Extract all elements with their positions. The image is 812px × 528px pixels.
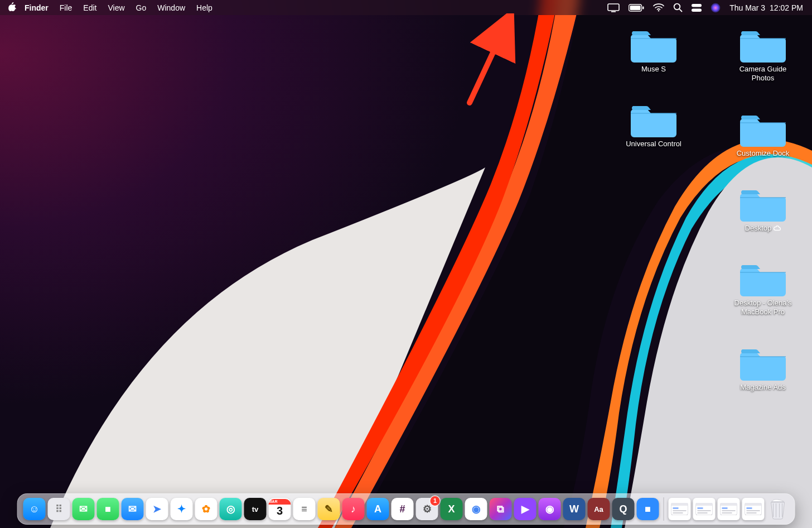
svg-point-11 bbox=[698, 9, 700, 11]
svg-rect-22 bbox=[698, 510, 711, 511]
folder-icon bbox=[631, 28, 676, 63]
menubar-item-help[interactable]: Help bbox=[191, 3, 218, 12]
dock-trash[interactable] bbox=[767, 498, 789, 520]
svg-rect-15 bbox=[671, 503, 688, 506]
svg-rect-3 bbox=[630, 6, 641, 10]
dock-app-appstore[interactable]: A bbox=[367, 498, 389, 520]
menubar-date: Thu Mar 3 bbox=[729, 3, 765, 12]
desktop-folder-label: Desktop bbox=[745, 224, 781, 233]
folder-icon bbox=[740, 112, 786, 147]
svg-rect-28 bbox=[722, 512, 732, 513]
dock-minimized-window[interactable] bbox=[742, 498, 765, 520]
dock-app-calendar[interactable]: MAR3 bbox=[269, 498, 291, 520]
svg-rect-25 bbox=[721, 503, 737, 506]
dock-app-settings[interactable]: ⚙1 bbox=[416, 498, 438, 520]
dock-minimized-window[interactable] bbox=[718, 498, 740, 520]
menubar-item-window[interactable]: Window bbox=[152, 3, 191, 12]
folder-icon bbox=[631, 103, 676, 137]
svg-rect-26 bbox=[722, 507, 728, 509]
control-center-icon[interactable] bbox=[692, 4, 702, 12]
menubar-app-name[interactable]: Finder bbox=[19, 3, 54, 12]
dock-app-excel[interactable]: X bbox=[441, 498, 463, 520]
desktop-folder-label: Muse S bbox=[641, 65, 666, 74]
menubar-item-go[interactable]: Go bbox=[130, 3, 152, 12]
dock-app-chrome[interactable]: ◉ bbox=[465, 498, 487, 520]
badge: 1 bbox=[431, 496, 440, 506]
dock-app-zoom[interactable]: ■ bbox=[637, 498, 659, 520]
svg-point-6 bbox=[674, 4, 680, 10]
dock-app-maps[interactable]: ➤ bbox=[146, 498, 168, 520]
desktop-folder-label: Universal Control bbox=[626, 140, 682, 148]
dock-app-music[interactable]: ♪ bbox=[342, 498, 365, 520]
svg-point-5 bbox=[658, 10, 659, 11]
svg-rect-17 bbox=[673, 510, 687, 511]
svg-rect-20 bbox=[696, 503, 713, 506]
svg-rect-30 bbox=[745, 503, 762, 506]
battery-icon[interactable] bbox=[629, 4, 644, 12]
desktop-folder[interactable]: Desktop bbox=[729, 187, 796, 233]
dock-app-appletv[interactable]: tv bbox=[244, 498, 267, 520]
dock-app-notes[interactable]: ✎ bbox=[318, 498, 340, 520]
dock-separator bbox=[664, 497, 664, 521]
dock-app-word[interactable]: W bbox=[563, 498, 586, 520]
dock-app-photos[interactable]: ✿ bbox=[195, 498, 218, 520]
folder-icon bbox=[740, 187, 786, 222]
wifi-icon[interactable] bbox=[653, 3, 664, 12]
svg-rect-32 bbox=[747, 510, 760, 511]
svg-point-9 bbox=[693, 4, 695, 6]
dock-app-quicktime[interactable]: Q bbox=[612, 498, 635, 520]
desktop-folder[interactable]: Customize Dock bbox=[729, 112, 796, 158]
svg-point-12 bbox=[711, 3, 721, 12]
svg-line-13 bbox=[470, 19, 509, 103]
dock-app-messages[interactable]: ✉ bbox=[72, 498, 95, 520]
menubar-item-edit[interactable]: Edit bbox=[78, 3, 102, 12]
annotation-arrow bbox=[463, 13, 524, 108]
desktop-folder[interactable]: Universal Control bbox=[620, 103, 687, 148]
desktop-icons: Muse SUniversal Control Camera Guide Pho… bbox=[620, 28, 796, 392]
display-icon[interactable] bbox=[607, 3, 620, 12]
desktop-folder-label: Customize Dock bbox=[737, 149, 790, 158]
siri-icon[interactable] bbox=[710, 3, 721, 13]
dock-app-mail[interactable]: ✉ bbox=[122, 498, 144, 520]
dock-app-podcasts[interactable]: ◉ bbox=[539, 498, 561, 520]
svg-rect-33 bbox=[747, 512, 757, 513]
desktop-folder[interactable]: Magazine Ads bbox=[729, 346, 796, 392]
svg-rect-0 bbox=[608, 4, 619, 11]
folder-icon bbox=[740, 346, 786, 381]
svg-rect-23 bbox=[698, 512, 708, 513]
svg-rect-31 bbox=[747, 507, 752, 509]
dock-app-dictionary[interactable]: Aa bbox=[588, 498, 610, 520]
apple-menu-icon[interactable] bbox=[8, 2, 19, 13]
menubar-clock[interactable]: Thu Mar 3 12:02 PM bbox=[729, 3, 803, 12]
desktop-folder-label: Magazine Ads bbox=[740, 383, 786, 392]
dock-app-facetime[interactable]: ■ bbox=[97, 498, 119, 520]
menubar-time: 12:02 PM bbox=[770, 3, 803, 12]
dock-app-shortcuts[interactable]: ⧉ bbox=[490, 498, 512, 520]
menubar-item-view[interactable]: View bbox=[102, 3, 130, 12]
dock: ☺⠿✉■✉➤✦✿◎tvMAR3≡✎♪A#⚙1X◉⧉▶◉WAaQ■ bbox=[17, 493, 795, 525]
dock-app-launchpad[interactable]: ⠿ bbox=[48, 498, 70, 520]
svg-rect-4 bbox=[642, 6, 644, 9]
folder-icon bbox=[740, 28, 786, 63]
dock-minimized-window[interactable] bbox=[669, 498, 691, 520]
dock-minimized-window[interactable] bbox=[693, 498, 716, 520]
dock-app-reminders[interactable]: ≡ bbox=[293, 498, 316, 520]
svg-rect-21 bbox=[698, 507, 703, 509]
desktop-folder[interactable]: Muse S bbox=[620, 28, 687, 74]
menubar: Finder File Edit View Go Window Help Thu bbox=[0, 0, 812, 15]
dock-app-slack[interactable]: # bbox=[392, 498, 414, 520]
svg-rect-16 bbox=[673, 507, 679, 509]
menubar-item-file[interactable]: File bbox=[54, 3, 78, 12]
desktop-folder-label: Desktop - Olena's MacBook Pro bbox=[729, 299, 796, 317]
dock-app-finder[interactable]: ☺ bbox=[23, 498, 46, 520]
svg-rect-18 bbox=[673, 512, 683, 513]
spotlight-icon[interactable] bbox=[673, 3, 683, 12]
svg-line-7 bbox=[679, 9, 682, 12]
folder-icon bbox=[740, 262, 786, 296]
dock-app-twitch[interactable]: ▶ bbox=[514, 498, 536, 520]
desktop-folder[interactable]: Camera Guide Photos bbox=[729, 28, 796, 83]
dock-app-safari[interactable]: ✦ bbox=[171, 498, 193, 520]
desktop-folder[interactable]: Desktop - Olena's MacBook Pro bbox=[729, 262, 796, 317]
desktop-folder-label: Camera Guide Photos bbox=[729, 65, 796, 83]
dock-app-findmy[interactable]: ◎ bbox=[220, 498, 242, 520]
